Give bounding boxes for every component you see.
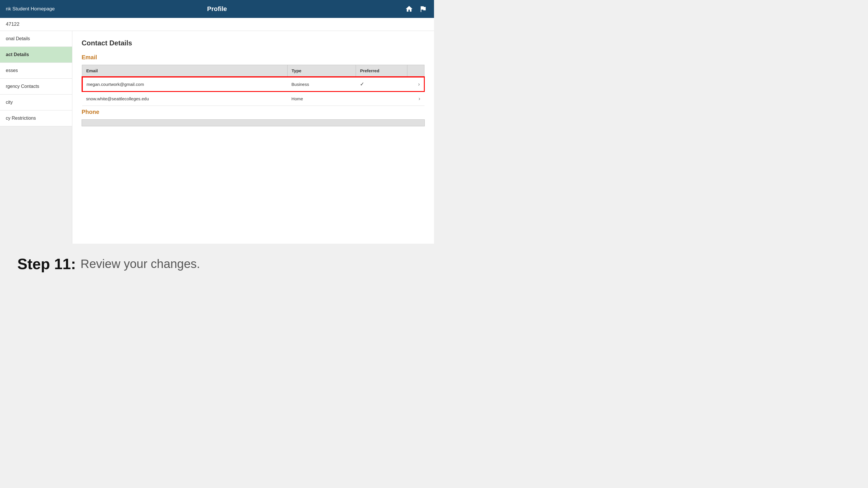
preferred-cell-1: ✓ xyxy=(356,77,407,92)
sidebar-item-city[interactable]: city xyxy=(0,95,72,110)
preferred-col-header: Preferred xyxy=(356,65,407,77)
phone-table xyxy=(82,120,425,126)
email-col-header: Email xyxy=(82,65,288,77)
content-area: Contact Details Email Email Type Preferr… xyxy=(72,31,434,244)
arrow-cell-1[interactable]: › xyxy=(407,77,424,92)
content-title: Contact Details xyxy=(82,39,425,47)
student-id: 47122 xyxy=(6,22,20,27)
email-table-header-row: Email Type Preferred xyxy=(82,65,425,77)
phone-col-partial xyxy=(82,120,425,126)
chevron-right-icon-2: › xyxy=(418,96,421,101)
sidebar: onal Details act Details esses rgency Co… xyxy=(0,31,72,244)
nav-icons xyxy=(404,4,428,14)
student-id-bar: 47122 xyxy=(0,18,434,31)
sidebar-item-contact-details[interactable]: act Details xyxy=(0,47,72,63)
type-cell-1: Business xyxy=(287,77,356,92)
chevron-right-icon: › xyxy=(418,81,420,87)
sidebar-item-personal-details[interactable]: onal Details xyxy=(0,31,72,47)
email-cell-1: megan.courtwork@gmail.com xyxy=(82,77,288,92)
home-icon[interactable] xyxy=(404,4,414,14)
sidebar-item-privacy-restrictions[interactable]: cy Restrictions xyxy=(0,110,72,126)
flag-icon[interactable] xyxy=(418,4,428,14)
page-title: Profile xyxy=(207,5,227,13)
email-row-2[interactable]: snow.white@seattlecolleges.edu Home › xyxy=(82,92,425,106)
step-number: Step 11: xyxy=(18,255,76,272)
preferred-cell-2 xyxy=(356,92,407,106)
sidebar-item-emergency-contacts[interactable]: rgency Contacts xyxy=(0,78,72,95)
type-col-header: Type xyxy=(287,65,356,77)
email-row-highlighted[interactable]: megan.courtwork@gmail.com Business ✓ › xyxy=(82,77,425,92)
type-cell-2: Home xyxy=(287,92,356,106)
step-text: Review your changes. xyxy=(81,257,200,271)
sidebar-item-addresses[interactable]: esses xyxy=(0,63,72,78)
checkmark-icon: ✓ xyxy=(360,81,364,87)
phone-section-header: Phone xyxy=(82,109,425,116)
nav-link[interactable]: nk Student Homepage xyxy=(6,6,55,12)
phone-table-header-row xyxy=(82,120,425,126)
arrow-col-header xyxy=(407,65,424,77)
email-section-header: Email xyxy=(82,54,425,61)
main-layout: onal Details act Details esses rgency Co… xyxy=(0,31,434,244)
email-table: Email Type Preferred megan.courtwork@gma… xyxy=(82,65,425,106)
arrow-cell-2[interactable]: › xyxy=(407,92,424,106)
email-cell-2: snow.white@seattlecolleges.edu xyxy=(82,92,288,106)
top-navigation: nk Student Homepage Profile xyxy=(0,0,434,18)
step-instruction-area: Step 11: Review your changes. xyxy=(0,244,434,284)
